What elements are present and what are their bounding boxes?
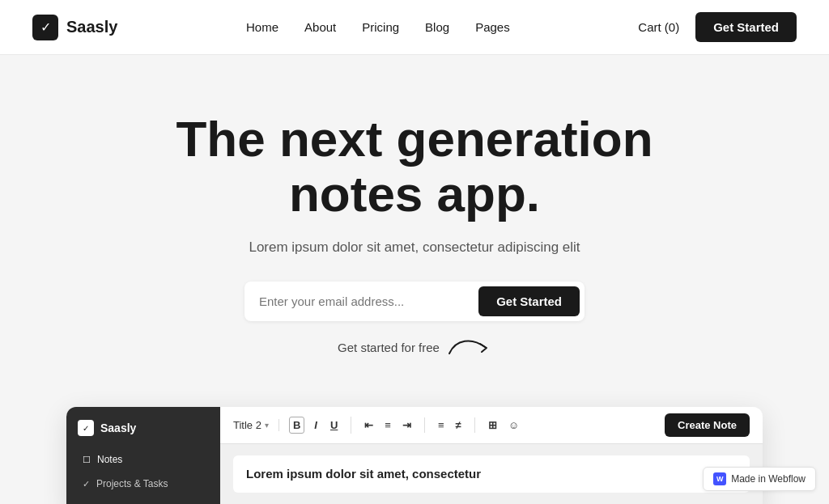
nav-blog[interactable]: Blog: [425, 20, 449, 34]
logo-icon: ✓: [32, 15, 58, 40]
hero-subtitle: Lorem ipsum dolor sit amet, consectetur …: [249, 239, 580, 256]
hero-section: The next generation notes app. Lorem ips…: [0, 55, 829, 391]
nav-home[interactable]: Home: [246, 20, 278, 34]
logo-link[interactable]: ✓ Saasly: [32, 15, 117, 40]
nav-right: Cart (0) Get Started: [638, 12, 797, 42]
app-content: Lorem ipsum dolor sit amet, consectetur: [220, 444, 763, 504]
content-text: Lorem ipsum dolor sit amet, consectetur: [246, 467, 481, 481]
align-buttons: ⇤ ≡ ⇥: [361, 417, 425, 433]
align-left-button[interactable]: ⇤: [361, 417, 376, 433]
content-card: Lorem ipsum dolor sit amet, consectetur: [233, 455, 750, 493]
brand-name: Saasly: [66, 18, 117, 36]
hero-title: The next generation notes app.: [131, 112, 698, 222]
emoji-button[interactable]: ☺: [505, 417, 522, 433]
hero-free-text: Get started for free: [338, 336, 491, 358]
email-input[interactable]: [259, 294, 472, 308]
bold-button[interactable]: B: [289, 417, 304, 434]
app-main: Title 2 ▾ B I U ⇤ ≡ ⇥ ≡ ≠ ⊞: [220, 407, 763, 504]
sidebar-item-projects[interactable]: ✓ Projects & Tasks: [78, 475, 209, 493]
nav-pricing[interactable]: Pricing: [362, 20, 399, 34]
app-window: ✓ Saasly ☐ Notes ✓ Projects & Tasks ☐ Do…: [66, 407, 763, 504]
nav-links: Home About Pricing Blog Pages: [246, 20, 510, 34]
sidebar-item-notes[interactable]: ☐ Notes: [78, 451, 209, 468]
create-note-button[interactable]: Create Note: [665, 413, 750, 437]
projects-icon: ✓: [83, 479, 90, 489]
sidebar-item-documents[interactable]: ☐ Documents: [78, 499, 209, 504]
nav-get-started-button[interactable]: Get Started: [695, 12, 797, 42]
underline-button[interactable]: U: [327, 417, 341, 433]
format-buttons: B I U: [289, 417, 351, 434]
webflow-badge[interactable]: W Made in Webflow: [703, 467, 816, 491]
unordered-list-button[interactable]: ≠: [453, 417, 465, 433]
nav-about[interactable]: About: [304, 20, 336, 34]
align-center-button[interactable]: ≡: [381, 417, 394, 433]
list-buttons: ≡ ≠: [435, 417, 475, 433]
ordered-list-button[interactable]: ≡: [435, 417, 448, 433]
nav-pages[interactable]: Pages: [475, 20, 510, 34]
extra-buttons: ⊞ ☺: [485, 417, 522, 433]
cart-button[interactable]: Cart (0): [638, 20, 679, 34]
arrow-icon: [448, 336, 491, 358]
notes-icon: ☐: [83, 455, 91, 465]
webflow-badge-text: Made in Webflow: [731, 473, 806, 485]
webflow-icon: W: [713, 472, 726, 485]
app-toolbar: Title 2 ▾ B I U ⇤ ≡ ⇥ ≡ ≠ ⊞: [220, 407, 763, 444]
title-selector[interactable]: Title 2 ▾: [233, 419, 279, 431]
sidebar-logo: ✓ Saasly: [78, 420, 209, 436]
align-right-button[interactable]: ⇥: [399, 417, 414, 433]
app-sidebar: ✓ Saasly ☐ Notes ✓ Projects & Tasks ☐ Do…: [66, 407, 220, 504]
email-form: Get Started: [244, 282, 585, 321]
navbar: ✓ Saasly Home About Pricing Blog Pages C…: [0, 0, 829, 55]
image-button[interactable]: ⊞: [485, 417, 500, 433]
sidebar-brand-name: Saasly: [100, 421, 136, 434]
hero-get-started-button[interactable]: Get Started: [478, 286, 580, 316]
selector-chevron-icon: ▾: [265, 421, 269, 430]
sidebar-logo-icon: ✓: [78, 420, 94, 436]
italic-button[interactable]: I: [311, 417, 321, 433]
